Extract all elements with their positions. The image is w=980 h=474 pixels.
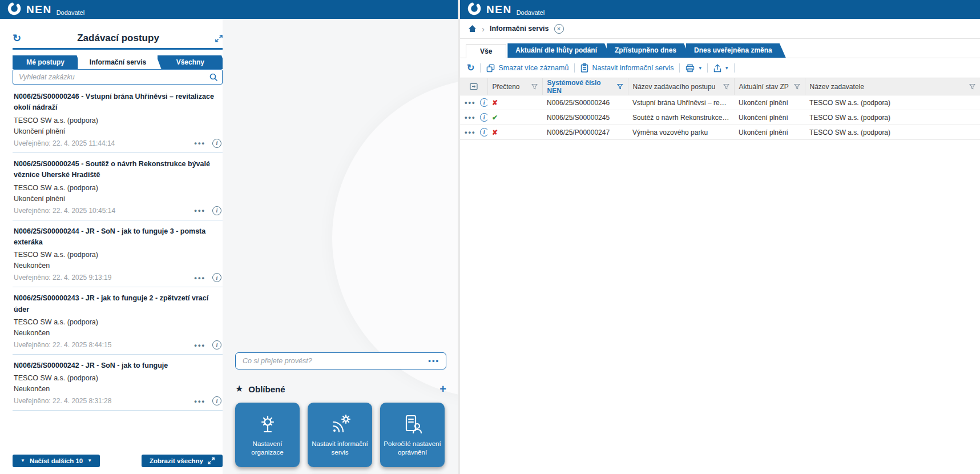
read-status-icon: ✔: [492, 114, 498, 122]
procedures-panel-header: ↻ Zadávací postupy: [13, 33, 223, 50]
filter-funnel-icon: [531, 83, 538, 90]
header-label: Aktuální stav ZP: [739, 83, 789, 91]
info-icon[interactable]: i: [212, 139, 221, 148]
header-nazev-zadavatele[interactable]: Název zadavatele: [805, 78, 980, 95]
refresh-icon[interactable]: ↻: [467, 63, 474, 73]
list-item[interactable]: N006/25/S00000243 - JR - jak to funguje …: [13, 287, 223, 355]
export-button[interactable]: ▾: [713, 64, 728, 73]
info-icon[interactable]: i: [212, 273, 221, 282]
sidebar-search: [13, 69, 223, 85]
item-meta: Uveřejněno: 22. 4. 2025 9:13:19 ••• i: [14, 273, 221, 282]
header-precteno[interactable]: Přečteno: [487, 78, 542, 95]
table-header-row: Přečteno Systémové číslo NEN Název zadáv…: [460, 78, 980, 95]
left-body: ↻ Zadávací postupy Mé postupy Informační…: [0, 19, 458, 474]
tab-dnes-uverejnena-zmena[interactable]: Dnes uveřejněna změna: [686, 43, 786, 58]
more-menu-icon[interactable]: •••: [194, 274, 205, 282]
add-favorite-icon[interactable]: +: [439, 383, 446, 395]
load-more-button[interactable]: ▼ Načíst dalších 10 ▼: [13, 455, 100, 467]
filter-funnel-icon: [617, 83, 623, 90]
table-row[interactable]: ••• i ✘ N006/25/S00000246 Vstupní brána …: [460, 95, 980, 110]
delete-records-button[interactable]: Smazat více záznamů: [486, 64, 568, 73]
tile-pokrocile-nastaveni-opravneni[interactable]: Pokročilé nastavení oprávnění: [380, 403, 445, 467]
search-icon[interactable]: [209, 73, 218, 84]
search-input[interactable]: [13, 69, 223, 85]
tab-aktualni-dle-lhuty[interactable]: Aktuální dle lhůty podání: [507, 43, 611, 58]
more-menu-icon[interactable]: •••: [465, 114, 476, 121]
more-menu-icon[interactable]: •••: [465, 99, 476, 106]
item-meta: Uveřejněno: 22. 4. 2025 8:44:15 ••• i: [14, 340, 221, 350]
filter-funnel-icon: [723, 83, 729, 90]
tab-zpristupneno-dnes[interactable]: Zpřístupněno dnes: [607, 43, 690, 58]
cell-authority: TESCO SW a.s. (podpora): [805, 125, 980, 140]
item-title: N006/25/S00000244 - JR - SoN - jak to fu…: [14, 226, 221, 248]
tab-informacni-servis[interactable]: Informační servis: [78, 55, 161, 69]
column-settings-icon: [470, 83, 478, 90]
read-status-icon: ✘: [492, 128, 498, 136]
expand-icon[interactable]: [215, 35, 223, 42]
list-item[interactable]: N006/25/S00000246 - Vstupní brána Uhříně…: [13, 86, 223, 153]
tab-vse[interactable]: Vše: [466, 44, 506, 58]
more-menu-icon[interactable]: •••: [428, 356, 439, 365]
breadcrumb: › Informační servis ×: [460, 19, 980, 39]
panel-title: Zadávací postupy: [21, 33, 215, 44]
header-aktualni-stav[interactable]: Aktuální stav ZP: [734, 78, 805, 95]
cell-name: Vstupní brána Uhříněvsi – revi...: [628, 95, 734, 110]
info-icon[interactable]: i: [212, 396, 221, 405]
item-title: N006/25/S00000242 - JR - SoN - jak to fu…: [14, 360, 221, 371]
print-button[interactable]: ▾: [685, 64, 701, 73]
refresh-icon[interactable]: ↻: [13, 33, 21, 43]
read-status-icon: ✘: [492, 99, 498, 107]
tile-nastaveni-organizace[interactable]: Nastavení organizace: [235, 403, 300, 467]
info-icon[interactable]: i: [480, 98, 487, 107]
info-icon[interactable]: i: [480, 128, 487, 136]
more-menu-icon[interactable]: •••: [194, 342, 205, 349]
tab-me-postupy[interactable]: Mé postupy: [13, 55, 82, 69]
info-icon[interactable]: i: [480, 113, 487, 122]
header-systemove-cislo[interactable]: Systémové číslo NEN: [542, 78, 628, 95]
info-icon[interactable]: i: [212, 206, 221, 215]
item-organization: TESCO SW a.s. (podpora): [14, 251, 221, 259]
item-status: Neukončen: [14, 385, 221, 393]
close-icon[interactable]: ×: [554, 24, 564, 34]
right-topbar: NEN Dodavatel: [460, 0, 980, 19]
column-settings-header[interactable]: [460, 78, 487, 95]
result-tabs: Vše Aktuální dle lhůty podání Zpřístupně…: [460, 39, 980, 58]
list-item[interactable]: N006/25/S00000242 - JR - SoN - jak to fu…: [13, 355, 223, 411]
more-menu-icon[interactable]: •••: [194, 139, 205, 147]
screen: NEN Dodavatel ↻ Zadávací postupy Mé post…: [0, 0, 980, 474]
setup-info-service-button[interactable]: Nastavit informační servis: [580, 63, 674, 73]
more-menu-icon[interactable]: •••: [194, 397, 205, 405]
list-item[interactable]: N006/25/S00000244 - JR - SoN - jak to fu…: [13, 220, 223, 288]
list-item[interactable]: N006/25/S00000245 - Soutěž o návrh Rekon…: [13, 153, 223, 220]
procedures-list: N006/25/S00000246 - Vstupní brána Uhříně…: [13, 86, 223, 449]
item-title: N006/25/S00000246 - Vstupní brána Uhříně…: [14, 91, 221, 114]
show-all-button[interactable]: Zobrazit všechny: [142, 455, 223, 467]
printer-icon: [685, 64, 695, 73]
table-row[interactable]: ••• i ✔ N006/25/S00000245 Soutěž o návrh…: [460, 110, 980, 125]
expand-icon: [208, 457, 215, 464]
results-table: Přečteno Systémové číslo NEN Název zadáv…: [460, 78, 980, 140]
more-menu-icon[interactable]: •••: [194, 207, 205, 214]
nen-logo-icon: [7, 1, 22, 18]
tile-nastavit-informacni-servis[interactable]: Nastavit informační servis: [308, 403, 372, 467]
copy-stack-icon: [486, 64, 495, 73]
load-more-label: Načíst dalších 10: [30, 457, 83, 464]
item-published: Uveřejněno: 22. 4. 2025 9:13:19: [14, 274, 111, 282]
procedures-panel: ↻ Zadávací postupy Mé postupy Informační…: [13, 19, 223, 474]
header-nazev-postupu[interactable]: Název zadávacího postupu: [628, 78, 734, 95]
show-all-label: Zobrazit všechny: [150, 457, 203, 464]
tab-vsechny[interactable]: Všechny: [158, 55, 227, 69]
command-search-input[interactable]: [235, 352, 446, 369]
caret-down-icon: ▾: [699, 65, 701, 71]
item-organization: TESCO SW a.s. (podpora): [14, 184, 221, 192]
table-row[interactable]: ••• i ✘ N006/25/P00000247 Výměna vozovéh…: [460, 125, 980, 140]
item-status: Neukončen: [14, 262, 221, 270]
cell-name: Soutěž o návrh Rekonstrukce ...: [628, 110, 734, 125]
document-person-icon: [401, 413, 424, 436]
more-menu-icon[interactable]: •••: [465, 128, 476, 136]
brand-name: NEN: [486, 3, 512, 16]
home-icon[interactable]: [468, 25, 477, 33]
cell-name: Výměna vozového parku: [628, 125, 734, 140]
signal-gear-icon: [329, 413, 352, 436]
info-icon[interactable]: i: [212, 340, 221, 350]
